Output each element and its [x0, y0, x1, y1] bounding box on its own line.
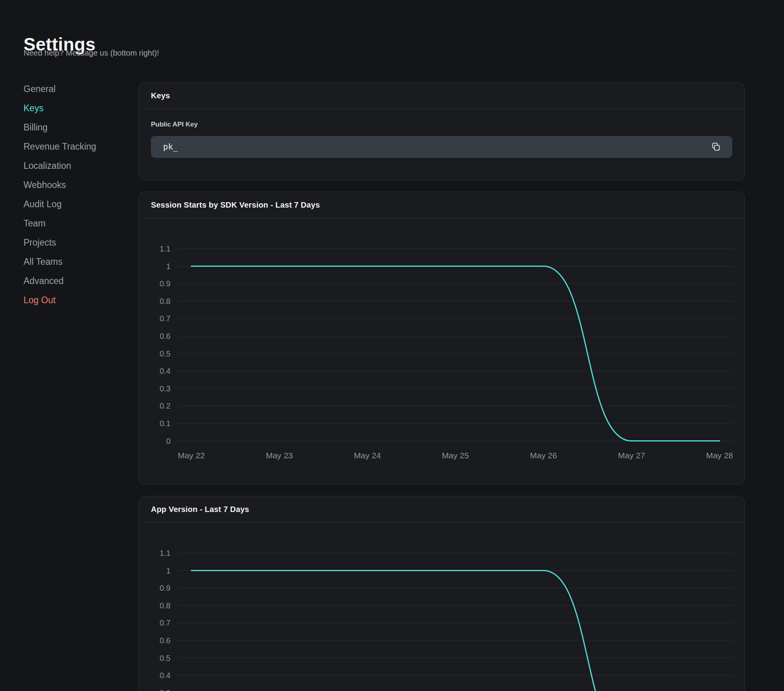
y-tick-label: 0: [166, 437, 171, 445]
copy-api-key-button[interactable]: [709, 140, 722, 154]
y-tick-label: 0.6: [160, 332, 171, 340]
y-tick-label: 0.9: [160, 584, 171, 592]
x-tick-label: May 25: [442, 451, 469, 460]
sdk-version-chart-header: Session Starts by SDK Version - Last 7 D…: [139, 192, 744, 218]
sidebar-item-all-teams[interactable]: All Teams: [24, 252, 129, 271]
app-version-line-chart: 1.110.90.80.70.60.50.40.30.20.10May 22Ma…: [139, 523, 744, 691]
app-version-chart-header: App Version - Last 7 Days: [139, 496, 744, 523]
y-tick-label: 0.3: [160, 689, 171, 691]
x-tick-label: May 23: [266, 451, 293, 460]
public-api-key-label: Public API Key: [151, 121, 732, 128]
x-tick-label: May 22: [178, 451, 205, 460]
y-tick-label: 1: [166, 566, 171, 575]
keys-card-header: Keys: [139, 83, 744, 109]
sdk-version-chart-card: Session Starts by SDK Version - Last 7 D…: [138, 192, 745, 485]
keys-card-body: Public API Key: [139, 109, 744, 180]
public-api-key-input[interactable]: [151, 136, 732, 158]
x-tick-label: May 26: [530, 451, 557, 460]
x-tick-label: May 28: [706, 451, 733, 460]
y-tick-label: 0.5: [160, 654, 171, 662]
sidebar-item-localization[interactable]: Localization: [24, 156, 129, 175]
x-tick-label: May 27: [618, 451, 645, 460]
app-version-chart-card: App Version - Last 7 Days 1.110.90.80.70…: [138, 496, 745, 691]
copy-icon: [710, 142, 720, 152]
sidebar-item-billing[interactable]: Billing: [24, 118, 129, 137]
sidebar-item-log-out[interactable]: Log Out: [24, 291, 129, 310]
x-tick-label: May 24: [354, 451, 381, 460]
sidebar-item-projects[interactable]: Projects: [24, 233, 129, 252]
y-tick-label: 1.1: [160, 549, 171, 557]
y-tick-label: 0.7: [160, 314, 171, 323]
sidebar-item-advanced[interactable]: Advanced: [24, 271, 129, 291]
y-tick-label: 0.6: [160, 636, 171, 645]
sdk-version-line-chart: 1.110.90.80.70.60.50.40.30.20.10May 22Ma…: [139, 218, 744, 485]
y-tick-label: 0.5: [160, 349, 171, 358]
y-tick-label: 0.4: [160, 367, 171, 375]
sidebar-item-general[interactable]: General: [24, 80, 129, 99]
y-tick-label: 0.8: [160, 297, 171, 306]
keys-card: Keys Public API Key: [138, 82, 745, 181]
page-subtitle: Need help? Message us (bottom right)!: [24, 49, 159, 58]
settings-content: Keys Public API Key Session Starts by SD…: [138, 82, 745, 691]
y-tick-label: 0.2: [160, 402, 171, 410]
y-tick-label: 1.1: [160, 244, 171, 253]
y-tick-label: 0.8: [160, 601, 171, 610]
y-tick-label: 0.7: [160, 619, 171, 627]
sidebar-item-revenue-tracking[interactable]: Revenue Tracking: [24, 137, 129, 156]
sidebar-item-keys[interactable]: Keys: [24, 99, 129, 118]
y-tick-label: 1: [166, 262, 171, 271]
series-line: [191, 571, 720, 691]
y-tick-label: 0.3: [160, 384, 171, 393]
y-tick-label: 0.9: [160, 279, 171, 288]
sidebar-item-team[interactable]: Team: [24, 214, 129, 233]
app-version-chart-title: App Version - Last 7 Days: [151, 505, 249, 514]
sidebar-item-webhooks[interactable]: Webhooks: [24, 175, 129, 195]
settings-nav: GeneralKeysBillingRevenue TrackingLocali…: [24, 80, 129, 310]
y-tick-label: 0.1: [160, 419, 171, 428]
keys-card-title: Keys: [151, 91, 170, 100]
y-tick-label: 0.4: [160, 671, 171, 680]
sdk-version-chart-title: Session Starts by SDK Version - Last 7 D…: [151, 201, 320, 210]
sidebar-item-audit-log[interactable]: Audit Log: [24, 195, 129, 214]
public-api-key-field-wrap: [151, 136, 732, 158]
